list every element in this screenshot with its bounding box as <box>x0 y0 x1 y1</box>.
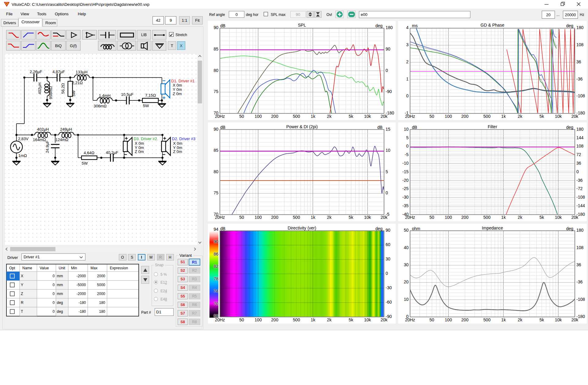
svg-text:10,5µF: 10,5µF <box>121 92 134 97</box>
svg-text:56,2Ω: 56,2Ω <box>61 83 65 94</box>
svg-text:2,21Ω: 2,21Ω <box>72 80 83 85</box>
svg-text:5W: 5W <box>71 90 76 96</box>
svg-text:4,64Ω: 4,64Ω <box>84 151 94 155</box>
svg-text:249µH: 249µH <box>60 127 72 132</box>
svg-text:1,4mH: 1,4mH <box>99 93 111 98</box>
svg-text:4,87µF: 4,87µF <box>52 69 65 74</box>
svg-text:5W: 5W <box>82 161 88 166</box>
svg-text:133µH: 133µH <box>76 70 88 74</box>
svg-text:7,15Ω: 7,15Ω <box>145 93 156 98</box>
svg-text:Y 0m: Y 0m <box>173 87 182 92</box>
svg-text:Z 0m: Z 0m <box>135 149 144 154</box>
svg-text:40,2µF: 40,2µF <box>106 150 119 155</box>
svg-text:D3. Driver #2.: D3. Driver #2. <box>134 136 158 141</box>
svg-text:X 0m: X 0m <box>173 83 182 88</box>
svg-text:164mΩ: 164mΩ <box>33 137 46 142</box>
svg-text:D1. Driver #1: D1. Driver #1 <box>171 79 195 83</box>
svg-text:124mΩ: 124mΩ <box>55 137 69 142</box>
svg-text:402µH: 402µH <box>37 127 49 132</box>
svg-text:2,83V: 2,83V <box>18 136 28 141</box>
svg-text:1mΩ: 1mΩ <box>18 153 27 158</box>
svg-text:Z 0m: Z 0m <box>173 92 182 96</box>
svg-text:D2. Driver #3: D2. Driver #3 <box>172 136 196 141</box>
svg-text:956mΩ: 956mΩ <box>48 86 53 99</box>
svg-text:2,26µF: 2,26µF <box>30 69 42 74</box>
svg-text:5W: 5W <box>143 103 149 108</box>
svg-text:306mΩ: 306mΩ <box>94 104 107 108</box>
svg-text:402µH: 402µH <box>37 83 42 95</box>
svg-text:Z 0m: Z 0m <box>173 149 182 154</box>
svg-text:24,9µF: 24,9µF <box>45 140 50 153</box>
